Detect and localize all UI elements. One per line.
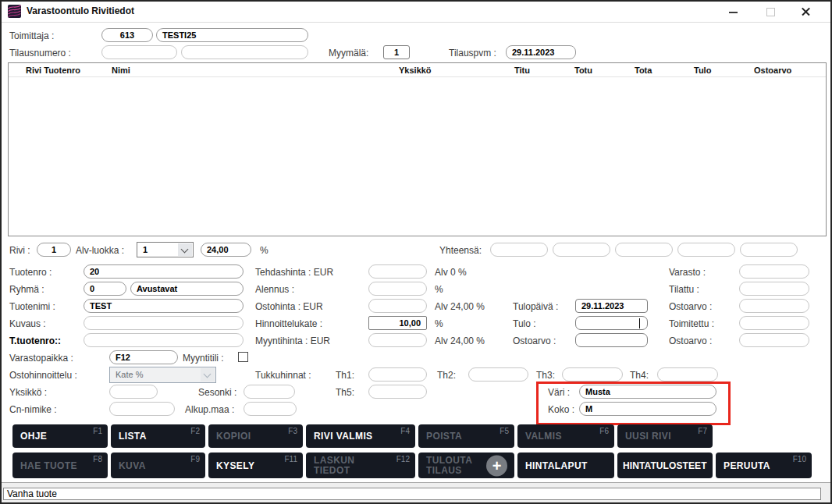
th4-field[interactable] — [657, 367, 718, 382]
button-hintatulosteet[interactable]: HINTATULOSTEET — [617, 453, 713, 478]
button-valmis[interactable]: VALMISF6 — [517, 424, 614, 448]
hinnoittelukate-label: Hinnoittelukate : — [255, 317, 322, 331]
ostoarvo-r1-field[interactable] — [739, 299, 809, 313]
toimitettu-field[interactable] — [739, 316, 809, 330]
sesonki-field[interactable] — [244, 385, 295, 399]
myymala-field[interactable]: 1 — [383, 45, 410, 59]
window-title: Varastoontulo Rivitiedot — [27, 5, 134, 16]
button-kuva[interactable]: KUVAF9 — [111, 453, 205, 478]
hinnoittelukate-unit-label: % — [435, 317, 443, 331]
button-laskun-tiedot[interactable]: LASKUN TIEDOTF12 — [306, 453, 415, 478]
rows-grid[interactable]: Rivi Tuotenro Nimi Yksikkö Titu Totu Tot… — [8, 62, 827, 236]
cn-nimike-field[interactable] — [109, 402, 175, 416]
tuotenro-label: Tuotenro : — [9, 265, 52, 279]
button-hae-tuote[interactable]: HAE TUOTEF8 — [12, 453, 108, 478]
alv-luokka-select[interactable]: 1 — [137, 242, 194, 257]
toimittaja-name-field[interactable]: TESTI25 — [156, 28, 308, 42]
tilauspvm-field[interactable]: 29.11.2023 — [506, 45, 576, 59]
button-rivi-valmis[interactable]: RIVI VALMISF4 — [306, 424, 415, 448]
tulopaiva-label: Tulopäivä : — [513, 300, 558, 314]
tuotenro-field[interactable]: 20 — [84, 264, 244, 279]
ostoarvo-r2-field[interactable] — [739, 333, 809, 347]
toimittaja-code-field[interactable]: 613 — [101, 28, 153, 42]
status-text: Vanha tuote — [3, 488, 821, 500]
th5-label: Th5: — [336, 385, 354, 399]
tehdashinta-alv-label: Alv 0 % — [435, 265, 467, 279]
button-lista[interactable]: LISTAF2 — [111, 424, 205, 448]
varastopaikka-field[interactable]: F12 — [109, 350, 178, 364]
kuvaus-field[interactable] — [84, 316, 244, 330]
col-tulo: Tulo — [694, 66, 711, 75]
tilauspvm-label: Tilauspvm : — [449, 46, 496, 60]
yhteensa-field-5[interactable] — [740, 243, 798, 257]
button-hintalaput[interactable]: HINTALAPUT — [517, 453, 614, 478]
ostohinnoittelu-label: Ostohinnoittelu : — [9, 368, 77, 382]
myyntihinta-field[interactable] — [368, 333, 427, 347]
minimize-button[interactable] — [720, 2, 747, 21]
kuvaus-label: Kuvaus : — [9, 317, 46, 331]
yhteensa-field-1[interactable] — [490, 243, 548, 257]
th3-label: Th3: — [536, 368, 555, 382]
myyntitili-checkbox[interactable] — [238, 352, 248, 362]
close-button[interactable] — [793, 2, 820, 21]
col-ostoarvo: Ostoarvo — [754, 66, 791, 75]
th5-field[interactable] — [368, 385, 427, 399]
toimitettu-label: Toimitettu : — [669, 317, 714, 331]
ostohinta-label: Ostohinta : EUR — [255, 300, 323, 314]
maximize-button[interactable] — [757, 2, 784, 21]
alv-pct-field[interactable]: 24,00 — [201, 243, 251, 257]
varasto-label: Varasto : — [669, 265, 706, 279]
varasto-field[interactable] — [739, 264, 809, 279]
yhteensa-field-4[interactable] — [677, 243, 735, 257]
plus-icon[interactable]: + — [486, 455, 507, 476]
alkup-maa-label: Alkup.maa : — [185, 403, 234, 417]
myyntitili-label: Myyntitili : — [183, 351, 224, 365]
button-kysely[interactable]: KYSELYF11 — [208, 453, 303, 478]
button-ohje[interactable]: OHJEF1 — [12, 424, 108, 448]
tilausnumero-field-2[interactable] — [181, 45, 308, 59]
col-titu: Titu — [514, 66, 530, 75]
sesonki-label: Sesonki : — [198, 385, 236, 399]
th1-field[interactable] — [368, 367, 427, 382]
yhteensa-field-3[interactable] — [615, 243, 673, 257]
th3-field[interactable] — [562, 367, 623, 382]
rivi-label: Rivi : — [9, 243, 30, 257]
button-peruuta[interactable]: PERUUTAF10 — [716, 453, 812, 478]
ryhma-label: Ryhmä : — [9, 282, 44, 296]
ostoarvo-mid-field[interactable] — [575, 333, 648, 347]
ryhma-name-field[interactable]: Avustavat — [130, 282, 244, 296]
ostohinta-alv-label: Alv 24,00 % — [435, 300, 485, 314]
tilausnumero-field-1[interactable] — [101, 45, 177, 59]
th2-field[interactable] — [468, 367, 528, 382]
yhteensa-field-2[interactable] — [553, 243, 610, 257]
button-kopioi[interactable]: KOPIOIF3 — [208, 424, 303, 448]
tulopaiva-field[interactable]: 29.11.2023 — [575, 299, 648, 313]
tilattu-field[interactable] — [739, 282, 809, 296]
button-uusi-rivi[interactable]: UUSI RIVIF7 — [617, 424, 713, 448]
button-tulouta-tilaus[interactable]: TULOUTA TILAUS + — [418, 453, 514, 478]
alennus-field[interactable] — [368, 282, 427, 296]
tuotenimi-field[interactable]: TEST — [84, 299, 244, 313]
ostohinnoittelu-select: Kate % — [109, 367, 216, 383]
tuotenimi-label: Tuotenimi : — [9, 300, 55, 314]
alkup-maa-field[interactable] — [244, 402, 297, 416]
ryhma-code-field[interactable]: 0 — [84, 282, 126, 296]
button-poista[interactable]: POISTAF5 — [418, 424, 514, 448]
tulo-label: Tulo : — [513, 317, 536, 331]
yksikko-label: Yksikkö : — [9, 385, 47, 399]
tilattu-label: Tilattu : — [669, 282, 699, 296]
hinnoittelukate-field[interactable]: 10,00 — [368, 316, 427, 330]
ostohinta-field[interactable] — [368, 299, 427, 313]
tehdashinta-field[interactable] — [368, 264, 427, 279]
chevron-down-icon — [204, 371, 212, 378]
alennus-unit-label: % — [435, 282, 443, 296]
t-tuotenro-field[interactable] — [84, 333, 244, 347]
yksikko-field[interactable] — [109, 385, 158, 399]
rivi-field[interactable]: 1 — [37, 243, 71, 257]
th1-label: Th1: — [336, 368, 354, 382]
t-tuotenro-label: T.tuotenro:: — [9, 334, 61, 348]
alennus-label: Alennus : — [255, 282, 294, 296]
tulo-field[interactable] — [575, 316, 648, 330]
alv-luokka-label: Alv-luokka : — [76, 243, 124, 257]
tukkuhinnat-label: Tukkuhinnat : — [255, 368, 311, 382]
